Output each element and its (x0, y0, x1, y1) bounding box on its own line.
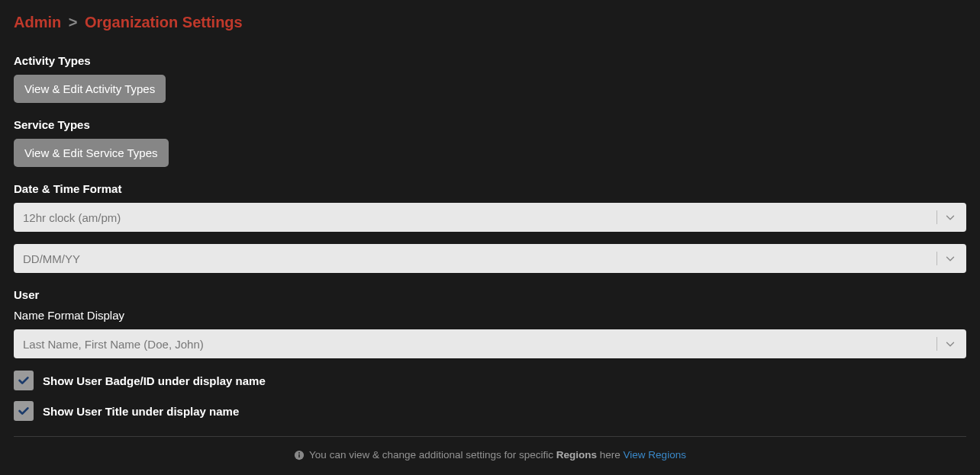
chevron-down-icon (936, 210, 957, 224)
view-regions-link[interactable]: View Regions (624, 449, 686, 461)
activity-types-label: Activity Types (14, 54, 966, 67)
check-icon (17, 374, 31, 387)
user-label: User (14, 288, 966, 301)
check-icon (17, 404, 31, 418)
divider (14, 436, 966, 437)
section-service-types: Service Types View & Edit Service Types (14, 118, 966, 167)
breadcrumb-admin-link[interactable]: Admin (14, 14, 61, 30)
show-title-checkbox[interactable] (14, 401, 34, 421)
section-activity-types: Activity Types View & Edit Activity Type… (14, 54, 966, 103)
chevron-down-icon (936, 337, 957, 351)
service-types-label: Service Types (14, 118, 966, 131)
time-format-value: 12hr clock (am/pm) (23, 211, 121, 224)
view-edit-service-types-button[interactable]: View & Edit Service Types (14, 139, 169, 167)
name-format-display-label: Name Format Display (14, 309, 966, 322)
chevron-down-icon (936, 252, 957, 265)
show-badge-label: Show User Badge/ID under display name (43, 374, 266, 387)
datetime-format-label: Date & Time Format (14, 182, 966, 195)
show-badge-row: Show User Badge/ID under display name (14, 371, 966, 390)
breadcrumb: Admin > Organization Settings (14, 14, 966, 31)
show-badge-checkbox[interactable] (14, 371, 34, 390)
name-format-value: Last Name, First Name (Doe, John) (23, 338, 204, 351)
svg-rect-1 (298, 454, 299, 457)
time-format-select[interactable]: 12hr clock (am/pm) (14, 203, 966, 232)
section-datetime-format: Date & Time Format 12hr clock (am/pm) DD… (14, 182, 966, 273)
show-title-row: Show User Title under display name (14, 401, 966, 421)
footer-text: You can view & change additional setting… (309, 449, 686, 461)
breadcrumb-current: Organization Settings (85, 14, 243, 30)
breadcrumb-separator: > (69, 14, 78, 30)
footer-note: You can view & change additional setting… (14, 449, 966, 461)
section-user: User Name Format Display Last Name, Firs… (14, 288, 966, 421)
view-edit-activity-types-button[interactable]: View & Edit Activity Types (14, 75, 166, 103)
svg-point-2 (298, 452, 300, 454)
show-title-label: Show User Title under display name (43, 405, 239, 418)
info-icon (294, 450, 305, 461)
date-format-value: DD/MM/YY (23, 252, 80, 265)
name-format-select[interactable]: Last Name, First Name (Doe, John) (14, 329, 966, 358)
date-format-select[interactable]: DD/MM/YY (14, 244, 966, 273)
